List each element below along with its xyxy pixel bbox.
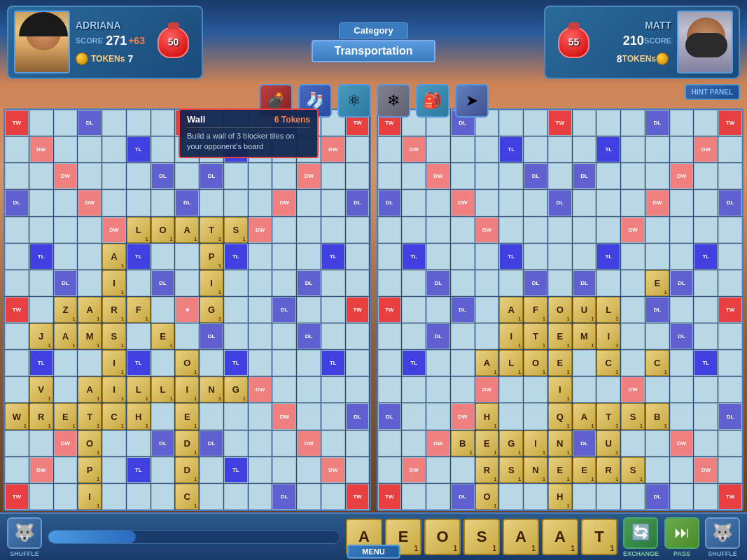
board-cell[interactable] [151, 297, 175, 323]
board-cell[interactable] [451, 136, 475, 162]
board-cell[interactable] [29, 190, 53, 216]
board-cell[interactable] [272, 217, 296, 243]
board-cell[interactable]: O1 [78, 430, 102, 456]
board-cell[interactable] [224, 484, 248, 510]
board-cell[interactable]: W1 [5, 403, 29, 429]
board-cell[interactable]: DL [670, 270, 694, 296]
board-cell[interactable] [670, 110, 694, 136]
board-cell[interactable]: DL [346, 403, 370, 429]
board-cell[interactable]: I1 [524, 430, 547, 456]
board-cell[interactable]: DW [29, 457, 53, 483]
board-cell[interactable] [402, 377, 426, 402]
board-cell[interactable] [249, 163, 272, 189]
board-cell[interactable]: DL [451, 484, 475, 510]
board-cell[interactable] [78, 136, 102, 162]
board-cell[interactable] [297, 297, 321, 323]
board-cell[interactable] [175, 323, 199, 349]
board-cell[interactable] [499, 110, 523, 136]
board-cell[interactable] [151, 403, 175, 429]
board-cell[interactable] [54, 244, 78, 270]
menu-button[interactable]: MENU [347, 545, 400, 559]
board-cell[interactable] [402, 190, 426, 216]
board-cell[interactable]: E1 [548, 457, 572, 483]
board-cell[interactable] [596, 163, 620, 189]
board-cell[interactable] [378, 377, 402, 402]
board-cell[interactable] [5, 136, 29, 162]
board-cell[interactable] [272, 457, 296, 483]
board-cell[interactable] [670, 244, 694, 270]
rack-tile[interactable]: A1 [503, 519, 539, 555]
board-cell[interactable]: TL [596, 136, 620, 162]
board-cell[interactable] [694, 403, 718, 429]
board-cell[interactable] [346, 163, 370, 189]
board-cell[interactable] [378, 350, 402, 376]
board-cell[interactable] [249, 484, 272, 510]
board-cell[interactable] [402, 430, 426, 456]
board-cell[interactable] [548, 270, 572, 296]
board-cell[interactable] [297, 350, 321, 376]
board-cell[interactable] [718, 270, 742, 296]
board-cell[interactable]: DW [54, 163, 78, 189]
board-cell[interactable]: DL [297, 323, 321, 349]
board-cell[interactable] [5, 350, 29, 376]
board-cell[interactable] [451, 323, 475, 349]
board-cell[interactable]: TL [224, 350, 248, 376]
board-cell[interactable]: Q1 [548, 403, 572, 429]
board-cell[interactable] [573, 377, 596, 402]
board-cell[interactable]: L1 [499, 350, 523, 376]
board-cell[interactable]: L1 [127, 377, 151, 402]
board-cell[interactable]: DL [573, 430, 596, 456]
powerup-arrow[interactable]: ➤ [455, 84, 489, 118]
board-cell[interactable] [426, 297, 450, 323]
board-cell[interactable] [346, 377, 370, 402]
board-cell[interactable] [346, 136, 370, 162]
board-cell[interactable] [151, 457, 175, 483]
board-cell[interactable] [346, 244, 370, 270]
board-cell[interactable]: C1 [645, 350, 669, 376]
board-cell[interactable]: DL [297, 270, 321, 296]
board-cell[interactable] [573, 136, 596, 162]
board-cell[interactable] [151, 350, 175, 376]
board-cell[interactable] [621, 163, 645, 189]
board-cell[interactable] [524, 190, 547, 216]
board-cell[interactable] [426, 350, 450, 376]
board-cell[interactable]: TL [321, 244, 345, 270]
board-cell[interactable] [346, 217, 370, 243]
board-cell[interactable]: D1 [175, 430, 199, 456]
board-cell[interactable] [151, 136, 175, 162]
board-cell[interactable]: DW [402, 457, 426, 483]
hint-panel-button[interactable]: HINT PANEL [685, 84, 740, 100]
board-cell[interactable]: TW [346, 484, 370, 510]
board-cell[interactable] [29, 217, 53, 243]
board-cell[interactable] [321, 430, 345, 456]
board-cell[interactable] [321, 403, 345, 429]
board-cell[interactable]: TL [499, 136, 523, 162]
board-cell[interactable]: D1 [175, 457, 199, 483]
board-cell[interactable]: T1 [200, 217, 223, 243]
board-cell[interactable]: DL [151, 270, 175, 296]
board-cell[interactable] [29, 297, 53, 323]
board-cell[interactable]: I1 [102, 377, 126, 402]
board-cell[interactable] [54, 377, 78, 402]
board-cell[interactable] [321, 484, 345, 510]
board-cell[interactable]: DL [451, 297, 475, 323]
board-cell[interactable]: DW [297, 163, 321, 189]
board-cell[interactable] [378, 270, 402, 296]
board-cell[interactable]: DL [524, 270, 547, 296]
board-cell[interactable]: TL [596, 244, 620, 270]
board-cell[interactable]: O1 [548, 297, 572, 323]
board-cell[interactable]: DW [297, 430, 321, 456]
board-cell[interactable] [573, 217, 596, 243]
board-cell[interactable] [200, 190, 223, 216]
board-cell[interactable] [670, 484, 694, 510]
board-cell[interactable]: TL [224, 244, 248, 270]
board-cell[interactable] [621, 323, 645, 349]
board-cell[interactable]: DL [645, 297, 669, 323]
board-cell[interactable]: DL [272, 484, 296, 510]
board-cell[interactable] [573, 484, 596, 510]
board-cell[interactable]: E1 [475, 430, 499, 456]
board-cell[interactable] [249, 297, 272, 323]
board-cell[interactable] [346, 323, 370, 349]
board-cell[interactable] [694, 377, 718, 402]
board-cell[interactable] [78, 244, 102, 270]
